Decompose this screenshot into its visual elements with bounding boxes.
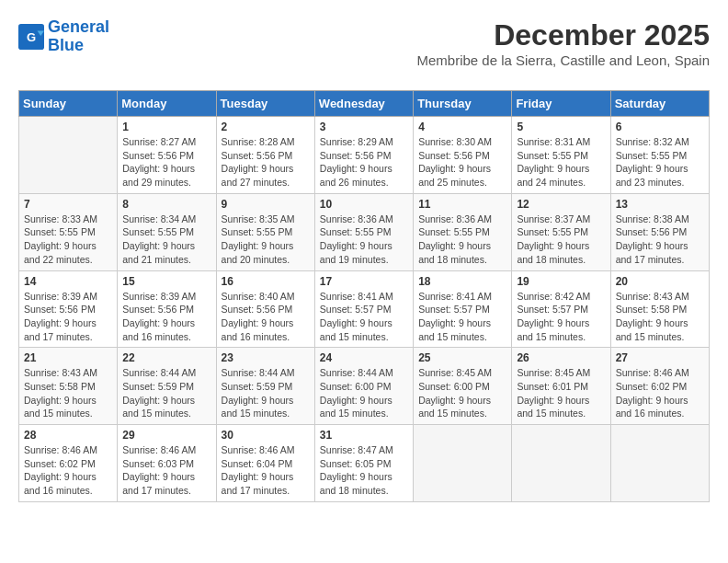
day-info: Sunrise: 8:31 AM Sunset: 5:55 PM Dayligh… [517,135,605,190]
day-info: Sunrise: 8:46 AM Sunset: 6:04 PM Dayligh… [222,443,310,498]
day-info: Sunrise: 8:36 AM Sunset: 5:55 PM Dayligh… [418,213,506,267]
calendar-week-3: 14Sunrise: 8:39 AM Sunset: 5:56 PM Dayli… [19,270,710,348]
calendar-cell: 8Sunrise: 8:34 AM Sunset: 5:55 PM Daylig… [118,193,216,270]
calendar-cell: 22Sunrise: 8:44 AM Sunset: 5:59 PM Dayli… [118,348,216,425]
header-sunday: Sunday [19,91,118,117]
day-number: 27 [616,351,704,364]
calendar-cell: 10Sunrise: 8:36 AM Sunset: 5:55 PM Dayli… [314,193,413,270]
day-info: Sunrise: 8:40 AM Sunset: 5:56 PM Dayligh… [222,290,310,344]
day-info: Sunrise: 8:34 AM Sunset: 5:55 PM Dayligh… [122,213,210,267]
day-info: Sunrise: 8:35 AM Sunset: 5:55 PM Dayligh… [222,213,310,267]
day-info: Sunrise: 8:37 AM Sunset: 5:55 PM Dayligh… [517,213,605,267]
day-info: Sunrise: 8:45 AM Sunset: 6:00 PM Dayligh… [418,366,506,420]
day-number: 15 [122,275,210,288]
day-number: 23 [222,351,310,364]
day-number: 12 [517,198,605,211]
day-info: Sunrise: 8:44 AM Sunset: 5:59 PM Dayligh… [122,366,210,420]
calendar-cell [610,425,709,502]
calendar-cell: 6Sunrise: 8:32 AM Sunset: 5:55 PM Daylig… [610,117,709,194]
day-info: Sunrise: 8:39 AM Sunset: 5:56 PM Dayligh… [24,290,112,344]
calendar-cell: 11Sunrise: 8:36 AM Sunset: 5:55 PM Dayli… [414,193,512,270]
calendar-week-2: 7Sunrise: 8:33 AM Sunset: 5:55 PM Daylig… [19,193,710,270]
calendar-cell: 3Sunrise: 8:29 AM Sunset: 5:56 PM Daylig… [314,117,413,194]
day-info: Sunrise: 8:47 AM Sunset: 6:05 PM Dayligh… [320,443,408,498]
day-number: 30 [222,429,310,442]
calendar-cell [19,117,118,194]
day-number: 1 [122,121,210,133]
day-info: Sunrise: 8:45 AM Sunset: 6:01 PM Dayligh… [517,366,605,420]
day-info: Sunrise: 8:43 AM Sunset: 5:58 PM Dayligh… [616,290,704,344]
logo-icon: G [18,24,44,50]
calendar-header-row: Sunday Monday Tuesday Wednesday Thursday… [19,91,710,117]
logo-line2: Blue [48,36,84,54]
day-info: Sunrise: 8:46 AM Sunset: 6:02 PM Dayligh… [24,443,112,498]
month-title: December 2025 [416,18,710,52]
calendar-cell [512,425,610,502]
logo-line1: General [48,17,109,36]
calendar-cell: 19Sunrise: 8:42 AM Sunset: 5:57 PM Dayli… [512,270,610,348]
calendar-cell: 1Sunrise: 8:27 AM Sunset: 5:56 PM Daylig… [118,117,216,194]
calendar-cell: 31Sunrise: 8:47 AM Sunset: 6:05 PM Dayli… [314,425,413,502]
day-info: Sunrise: 8:32 AM Sunset: 5:55 PM Dayligh… [616,135,704,190]
calendar-cell: 9Sunrise: 8:35 AM Sunset: 5:55 PM Daylig… [216,193,314,270]
day-number: 17 [320,275,408,288]
day-number: 11 [418,198,506,211]
header-monday: Monday [118,91,216,117]
day-number: 19 [517,275,605,288]
day-number: 3 [320,121,408,133]
day-info: Sunrise: 8:43 AM Sunset: 5:58 PM Dayligh… [24,366,112,420]
day-info: Sunrise: 8:41 AM Sunset: 5:57 PM Dayligh… [320,290,408,344]
day-number: 14 [24,275,112,288]
day-number: 8 [122,198,210,211]
day-number: 2 [222,121,310,133]
day-number: 25 [418,351,506,364]
day-info: Sunrise: 8:44 AM Sunset: 5:59 PM Dayligh… [222,366,310,420]
svg-text:G: G [27,29,36,43]
calendar-cell: 27Sunrise: 8:46 AM Sunset: 6:02 PM Dayli… [610,348,709,425]
calendar-cell: 16Sunrise: 8:40 AM Sunset: 5:56 PM Dayli… [216,270,314,348]
day-info: Sunrise: 8:27 AM Sunset: 5:56 PM Dayligh… [122,135,210,190]
calendar-cell: 14Sunrise: 8:39 AM Sunset: 5:56 PM Dayli… [19,270,118,348]
day-number: 21 [24,351,112,364]
day-number: 16 [222,275,310,288]
calendar-cell: 17Sunrise: 8:41 AM Sunset: 5:57 PM Dayli… [314,270,413,348]
header-friday: Friday [512,91,610,117]
day-number: 5 [517,121,605,133]
calendar-cell: 23Sunrise: 8:44 AM Sunset: 5:59 PM Dayli… [216,348,314,425]
day-number: 20 [616,275,704,288]
day-number: 4 [418,121,506,133]
day-number: 9 [222,198,310,211]
calendar-cell: 26Sunrise: 8:45 AM Sunset: 6:01 PM Dayli… [512,348,610,425]
calendar-week-1: 1Sunrise: 8:27 AM Sunset: 5:56 PM Daylig… [19,117,710,194]
day-info: Sunrise: 8:30 AM Sunset: 5:56 PM Dayligh… [418,135,506,190]
day-number: 28 [24,429,112,442]
day-info: Sunrise: 8:44 AM Sunset: 6:00 PM Dayligh… [320,366,408,420]
header-tuesday: Tuesday [216,91,314,117]
calendar-cell: 20Sunrise: 8:43 AM Sunset: 5:58 PM Dayli… [610,270,709,348]
day-info: Sunrise: 8:33 AM Sunset: 5:55 PM Dayligh… [24,213,112,267]
day-info: Sunrise: 8:46 AM Sunset: 6:03 PM Dayligh… [122,443,210,498]
day-info: Sunrise: 8:29 AM Sunset: 5:56 PM Dayligh… [320,135,408,190]
location-subtitle: Membribe de la Sierra, Castille and Leon… [416,52,710,68]
day-info: Sunrise: 8:38 AM Sunset: 5:56 PM Dayligh… [616,213,704,267]
calendar-cell: 24Sunrise: 8:44 AM Sunset: 6:00 PM Dayli… [314,348,413,425]
calendar-week-5: 28Sunrise: 8:46 AM Sunset: 6:02 PM Dayli… [19,425,710,502]
calendar-cell: 29Sunrise: 8:46 AM Sunset: 6:03 PM Dayli… [118,425,216,502]
header-thursday: Thursday [414,91,512,117]
calendar-cell: 5Sunrise: 8:31 AM Sunset: 5:55 PM Daylig… [512,117,610,194]
day-number: 22 [122,351,210,364]
calendar-cell: 15Sunrise: 8:39 AM Sunset: 5:56 PM Dayli… [118,270,216,348]
calendar-cell: 7Sunrise: 8:33 AM Sunset: 5:55 PM Daylig… [19,193,118,270]
day-info: Sunrise: 8:46 AM Sunset: 6:02 PM Dayligh… [616,366,704,420]
calendar-cell [414,425,512,502]
day-info: Sunrise: 8:28 AM Sunset: 5:56 PM Dayligh… [222,135,310,190]
header-saturday: Saturday [610,91,709,117]
day-number: 18 [418,275,506,288]
day-number: 7 [24,198,112,211]
logo: G General Blue [18,18,109,55]
calendar-cell: 28Sunrise: 8:46 AM Sunset: 6:02 PM Dayli… [19,425,118,502]
calendar-cell: 30Sunrise: 8:46 AM Sunset: 6:04 PM Dayli… [216,425,314,502]
day-number: 13 [616,198,704,211]
title-section: December 2025 Membribe de la Sierra, Cas… [416,18,710,79]
day-info: Sunrise: 8:42 AM Sunset: 5:57 PM Dayligh… [517,290,605,344]
